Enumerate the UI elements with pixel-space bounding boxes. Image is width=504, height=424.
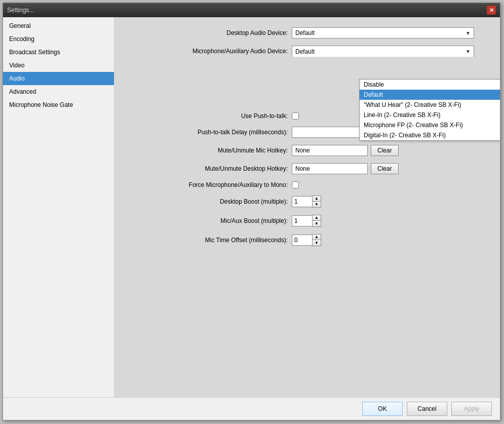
desktop-boost-spinner-buttons: ▲ ▼ (312, 196, 321, 208)
force-mono-control (292, 181, 299, 188)
mute-unmute-mic-input[interactable] (292, 145, 368, 156)
sidebar-item-broadcast-settings[interactable]: Broadcast Settings (3, 46, 114, 59)
window-body: General Encoding Broadcast Settings Vide… (3, 17, 500, 397)
mic-time-offset-up[interactable]: ▲ (313, 235, 321, 240)
footer: OK Cancel Apply (3, 397, 500, 420)
dropdown-item-digital-in[interactable]: Digital-In (2- Creative SB X-Fi) (360, 130, 500, 140)
title-bar: Settings... ✕ (3, 3, 500, 17)
mic-aux-boost-label: Mic/Aux Boost (multiple): (130, 217, 292, 224)
desktop-audio-device-label: Desktop Audio Device: (130, 29, 292, 36)
mute-unmute-mic-clear-button[interactable]: Clear (371, 145, 399, 156)
close-button[interactable]: ✕ (487, 6, 496, 15)
mic-aux-boost-spinner: ▲ ▼ (292, 215, 321, 227)
mute-unmute-desktop-input[interactable] (292, 163, 368, 174)
mic-time-offset-row: Mic Time Offset (milliseconds): ▲ ▼ (130, 234, 485, 246)
mute-unmute-mic-label: Mute/Unmute Mic Hotkey: (130, 147, 292, 154)
push-to-talk-control (292, 112, 299, 120)
sidebar: General Encoding Broadcast Settings Vide… (3, 17, 114, 397)
mic-aux-dropdown: Disable Default "What U Hear" (2- Creati… (359, 79, 500, 141)
mute-unmute-mic-row: Mute/Unmute Mic Hotkey: Clear (130, 145, 485, 156)
force-mono-label: Force Microphone/Auxiliary to Mono: (130, 181, 292, 188)
desktop-audio-device-control: Default ▼ (292, 27, 474, 38)
apply-button[interactable]: Apply (451, 402, 492, 416)
dropdown-item-line-in[interactable]: Line-In (2- Creative SB X-Fi) (360, 110, 500, 120)
force-mono-row: Force Microphone/Auxiliary to Mono: (130, 181, 485, 188)
push-to-talk-label: Use Push-to-talk: (130, 112, 292, 120)
desktop-boost-spinner: ▲ ▼ (292, 196, 321, 208)
mic-aux-device-arrow: ▼ (466, 49, 471, 54)
mic-time-offset-down[interactable]: ▼ (313, 240, 321, 246)
dropdown-item-microphone-fp[interactable]: Microphone FP (2- Creative SB X-Fi) (360, 120, 500, 130)
window-title: Settings... (7, 7, 34, 14)
mic-time-offset-control: ▲ ▼ (292, 234, 321, 246)
desktop-audio-device-arrow: ▼ (466, 30, 471, 36)
ok-button[interactable]: OK (362, 402, 403, 416)
mic-time-offset-spinner: ▲ ▼ (292, 234, 321, 246)
desktop-boost-input[interactable] (292, 196, 312, 207)
mute-unmute-desktop-control: Clear (292, 163, 399, 174)
cancel-button[interactable]: Cancel (407, 402, 447, 416)
desktop-boost-label: Desktop Boost (multiple): (130, 198, 292, 205)
sidebar-item-microphone-noise-gate[interactable]: Microphone Noise Gate (3, 98, 114, 111)
sidebar-item-video[interactable]: Video (3, 59, 114, 72)
mic-aux-device-control: Default ▼ (292, 46, 474, 57)
push-to-talk-checkbox[interactable] (292, 112, 299, 120)
mute-unmute-desktop-label: Mute/Unmute Desktop Hotkey: (130, 165, 292, 172)
desktop-audio-device-select[interactable]: Default ▼ (292, 27, 474, 38)
mic-time-offset-input[interactable] (292, 235, 312, 246)
sidebar-item-encoding[interactable]: Encoding (3, 32, 114, 46)
mic-aux-boost-row: Mic/Aux Boost (multiple): ▲ ▼ (130, 215, 485, 227)
mic-aux-boost-control: ▲ ▼ (292, 215, 321, 227)
mic-aux-device-select[interactable]: Default ▼ (292, 46, 474, 57)
mute-unmute-desktop-clear-button[interactable]: Clear (371, 163, 399, 174)
desktop-boost-control: ▲ ▼ (292, 196, 321, 208)
mic-aux-boost-input[interactable] (292, 215, 312, 226)
desktop-boost-row: Desktop Boost (multiple): ▲ ▼ (130, 196, 485, 208)
mic-aux-boost-down[interactable]: ▼ (313, 221, 321, 226)
sidebar-item-advanced[interactable]: Advanced (3, 85, 114, 98)
desktop-audio-device-value: Default (295, 29, 315, 36)
push-to-talk-delay-label: Push-to-talk Delay (milliseconds): (130, 129, 292, 136)
mute-unmute-desktop-row: Mute/Unmute Desktop Hotkey: Clear (130, 163, 485, 174)
mic-aux-device-label: Microphone/Auxiliary Audio Device: (130, 48, 292, 55)
mute-unmute-mic-control: Clear (292, 145, 399, 156)
mic-aux-device-row: Microphone/Auxiliary Audio Device: Defau… (130, 46, 485, 57)
mic-aux-device-value: Default (295, 48, 315, 55)
desktop-boost-down[interactable]: ▼ (313, 202, 321, 207)
mic-aux-boost-up[interactable]: ▲ (313, 215, 321, 221)
sidebar-item-general[interactable]: General (3, 19, 114, 32)
settings-window: Settings... ✕ General Encoding Broadcast… (3, 3, 500, 420)
force-mono-checkbox[interactable] (292, 181, 299, 188)
mic-aux-boost-spinner-buttons: ▲ ▼ (312, 215, 321, 227)
desktop-boost-up[interactable]: ▲ (313, 196, 321, 202)
push-to-talk-delay-input[interactable] (292, 127, 368, 138)
dropdown-item-what-u-hear[interactable]: "What U Hear" (2- Creative SB X-Fi) (360, 100, 500, 110)
main-content: Desktop Audio Device: Default ▼ Micropho… (114, 17, 500, 397)
dropdown-item-default[interactable]: Default (360, 90, 500, 100)
mic-time-offset-spinner-buttons: ▲ ▼ (312, 234, 321, 246)
sidebar-item-audio[interactable]: Audio (3, 72, 114, 85)
dropdown-item-disable[interactable]: Disable (360, 80, 500, 90)
mic-time-offset-label: Mic Time Offset (milliseconds): (130, 237, 292, 244)
desktop-audio-device-row: Desktop Audio Device: Default ▼ (130, 27, 485, 38)
